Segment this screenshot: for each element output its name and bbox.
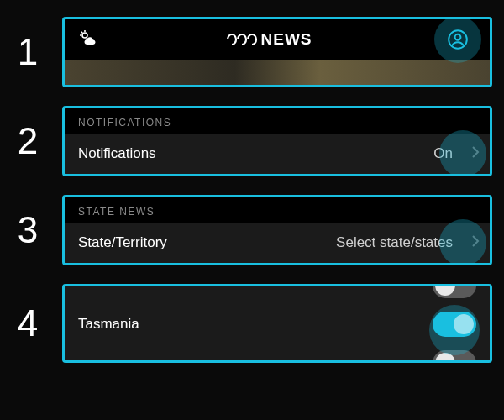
highlight-circle bbox=[439, 130, 486, 176]
brand-text: NEWS bbox=[261, 30, 312, 49]
state-territory-row[interactable]: State/Territory Select state/states bbox=[65, 223, 490, 263]
app-header: NEWS bbox=[65, 19, 490, 60]
section-header: NOTIFICATIONS bbox=[65, 108, 490, 134]
step-number: 2 bbox=[5, 120, 50, 162]
states-toggle-panel: Tasmania bbox=[62, 284, 492, 363]
svg-point-0 bbox=[82, 33, 87, 38]
step-4: 4 Tasmania bbox=[5, 284, 492, 363]
step-3: 3 STATE NEWS State/Territory Select stat… bbox=[5, 195, 492, 265]
step-number: 1 bbox=[5, 31, 50, 73]
brand-logo: NEWS bbox=[226, 30, 312, 49]
list-item-partial bbox=[65, 347, 490, 360]
tutorial-overlay: 1 NEWS 2 NOT bbox=[0, 0, 504, 363]
highlight-circle bbox=[434, 17, 481, 63]
hero-image bbox=[65, 60, 490, 85]
row-value: Select state/states bbox=[336, 234, 453, 251]
row-label: State/Territory bbox=[78, 234, 167, 251]
highlight-circle bbox=[439, 219, 486, 265]
toggle-switch[interactable] bbox=[433, 284, 476, 298]
state-news-panel: STATE NEWS State/Territory Select state/… bbox=[62, 195, 492, 265]
highlight-circle bbox=[429, 305, 480, 355]
notifications-row[interactable]: Notifications On bbox=[65, 134, 490, 174]
section-header: STATE NEWS bbox=[65, 197, 490, 223]
svg-line-3 bbox=[81, 32, 82, 33]
list-item-partial bbox=[65, 286, 490, 302]
row-label: Notifications bbox=[78, 145, 156, 162]
step-2: 2 NOTIFICATIONS Notifications On bbox=[5, 106, 492, 176]
state-label: Tasmania bbox=[78, 316, 139, 333]
abc-logo-icon bbox=[226, 32, 258, 47]
step-number: 4 bbox=[5, 302, 50, 344]
weather-icon[interactable] bbox=[78, 29, 98, 50]
step-number: 3 bbox=[5, 209, 50, 251]
notifications-panel: NOTIFICATIONS Notifications On bbox=[62, 106, 492, 176]
profile-button[interactable] bbox=[439, 21, 476, 58]
state-row-tasmania[interactable]: Tasmania bbox=[65, 302, 490, 347]
step-1: 1 NEWS bbox=[5, 17, 492, 87]
header-panel: NEWS bbox=[62, 17, 492, 87]
